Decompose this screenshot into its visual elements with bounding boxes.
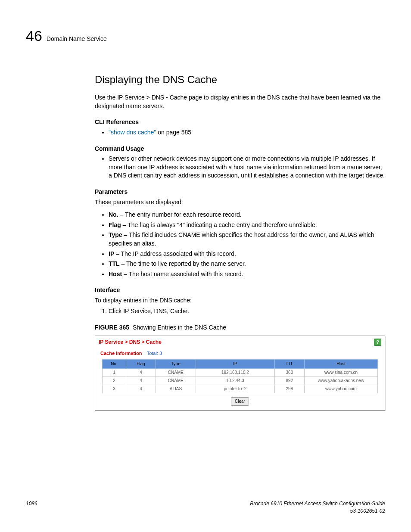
main-content: Displaying the DNS Cache Use the IP Serv… <box>95 72 385 411</box>
cli-references-list: "show dns cache" on page 585 <box>95 128 385 137</box>
intro-paragraph: Use the IP Service > DNS - Cache page to… <box>95 93 385 110</box>
show-dns-cache-link[interactable]: "show dns cache" <box>109 129 156 136</box>
figure-label: FIGURE 365 <box>95 324 129 331</box>
table-row: 2 4 CNAME 10.2.44.3 892 www.yahoo.akadns… <box>102 377 377 385</box>
param-flag: Flag – The flag is always "4" indicating… <box>109 221 385 230</box>
param-ip: IP – The IP address associated with this… <box>109 250 385 258</box>
param-type: Type – This field includes CNAME which s… <box>109 231 385 248</box>
th-flag: Flag <box>126 360 156 369</box>
section-title: Displaying the DNS Cache <box>95 72 385 87</box>
chapter-number: 46 <box>26 26 42 47</box>
interface-step-1: Click IP Service, DNS, Cache. <box>109 307 385 316</box>
table-header-row: No. Flag Type IP TTL Host <box>102 360 377 369</box>
breadcrumb-row: IP Service > DNS > Cache ? <box>98 338 382 348</box>
table-row: 1 4 CNAME 192.168.110.2 360 www.sina.com… <box>102 369 377 377</box>
page-header: 46 Domain Name Service <box>26 26 385 47</box>
interface-steps: Click IP Service, DNS, Cache. <box>95 307 385 316</box>
figure-caption-text: Showing Entries in the DNS Cache <box>133 324 226 331</box>
command-usage-item: Servers or other network devices may sup… <box>109 155 385 180</box>
clear-button[interactable]: Clear <box>231 397 249 406</box>
interface-heading: Interface <box>95 286 385 295</box>
cli-references-heading: CLI References <box>95 118 385 127</box>
param-host: Host – The host name associated with thi… <box>109 270 385 279</box>
cache-info-total: Total: 3 <box>147 351 162 356</box>
th-ip: IP <box>196 360 274 369</box>
cli-reference-item: "show dns cache" on page 585 <box>109 128 385 137</box>
interface-intro: To display entries in the DNS cache: <box>95 296 385 305</box>
command-usage-list: Servers or other network devices may sup… <box>95 155 385 180</box>
figure-caption: FIGURE 365 Showing Entries in the DNS Ca… <box>95 324 385 332</box>
dns-cache-screenshot: IP Service > DNS > Cache ? Cache Informa… <box>95 336 385 411</box>
cache-information: Cache Information Total: 3 <box>98 348 382 359</box>
th-host: Host <box>304 360 377 369</box>
breadcrumb: IP Service > DNS > Cache <box>99 339 162 346</box>
button-row: Clear <box>98 393 382 406</box>
dns-cache-table: No. Flag Type IP TTL Host 1 4 CNAME 192.… <box>102 359 378 393</box>
th-type: Type <box>156 360 196 369</box>
th-ttl: TTL <box>274 360 304 369</box>
command-usage-heading: Command Usage <box>95 145 385 153</box>
parameters-heading: Parameters <box>95 188 385 196</box>
cli-reference-suffix: on page 585 <box>156 129 191 136</box>
parameters-intro: These parameters are displayed: <box>95 198 385 207</box>
table-row: 3 4 ALIAS pointer to: 2 298 www.yahoo.co… <box>102 385 377 393</box>
chapter-title: Domain Name Service <box>47 35 107 44</box>
parameters-list: No. – The entry number for each resource… <box>95 211 385 278</box>
cache-info-label: Cache Information <box>100 351 142 356</box>
th-no: No. <box>102 360 126 369</box>
param-no: No. – The entry number for each resource… <box>109 211 385 219</box>
help-icon[interactable]: ? <box>374 339 381 346</box>
param-ttl: TTL – The time to live reported by the n… <box>109 260 385 268</box>
